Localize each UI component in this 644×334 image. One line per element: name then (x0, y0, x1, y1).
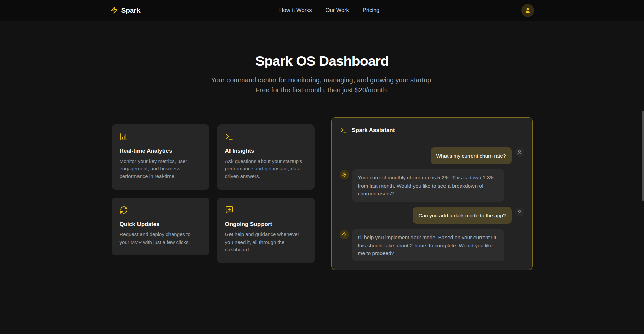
scrollbar-thumb[interactable] (642, 111, 644, 201)
feature-title: Ongoing Support (225, 221, 307, 228)
zap-icon (110, 6, 118, 14)
zap-icon (342, 172, 347, 177)
brand-logo[interactable]: Spark (110, 6, 265, 15)
chart-column-icon (120, 133, 128, 141)
refresh-icon (120, 206, 128, 214)
feature-title: Quick Updates (120, 221, 201, 228)
feature-title: Real-time Analytics (120, 148, 201, 155)
chat-message-user: What's my current churn rate? (340, 147, 524, 164)
user-icon (517, 149, 522, 155)
features-grid: Real-time Analytics Monitor your key met… (112, 124, 315, 263)
page-subtitle: Your command center for monitoring, mana… (204, 75, 440, 95)
feature-description: Ask questions about your startup's perfo… (225, 158, 307, 180)
hero-section: Spark OS Dashboard Your command center f… (0, 21, 644, 95)
chat-message-assistant: Your current monthly churn rate is 5.2%.… (340, 169, 524, 202)
feature-card-ai-insights: AI Insights Ask questions about your sta… (217, 124, 315, 190)
feature-description: Get help and guidance whenever you need … (225, 231, 307, 254)
feature-card-ongoing-support: Ongoing Support Get help and guidance wh… (217, 198, 315, 263)
chat-header: Spark Assistant (340, 126, 524, 140)
assistant-message-avatar (340, 170, 349, 179)
assistant-message-bubble: Your current monthly churn rate is 5.2%.… (352, 169, 504, 202)
feature-card-realtime-analytics: Real-time Analytics Monitor your key met… (112, 124, 209, 190)
chat-message-list: What's my current churn rate? (340, 140, 524, 261)
feature-title: AI Insights (225, 148, 307, 155)
user-avatar-button[interactable] (521, 4, 534, 17)
nav-links: How it Works Our Work Pricing (279, 7, 380, 13)
feature-description: Request and deploy changes to your MVP w… (120, 231, 201, 246)
spark-assistant-panel: Spark Assistant What's my current churn … (331, 117, 533, 270)
page-title: Spark OS Dashboard (0, 53, 644, 69)
chat-message-assistant: I'll help you implement dark mode. Based… (340, 229, 524, 261)
navbar: Spark How it Works Our Work Pricing (0, 0, 644, 21)
user-message-bubble: What's my current churn rate? (431, 147, 511, 164)
user-icon (524, 7, 531, 14)
feature-card-quick-updates: Quick Updates Request and deploy changes… (112, 198, 209, 255)
nav-link-our-work[interactable]: Our Work (326, 7, 349, 13)
terminal-icon (340, 127, 347, 134)
user-message-avatar (515, 207, 524, 217)
zap-icon (342, 232, 347, 237)
user-message-bubble: Can you add a dark mode to the app? (413, 207, 511, 224)
nav-link-pricing[interactable]: Pricing (363, 7, 379, 13)
user-message-avatar (515, 147, 524, 157)
content-row: Real-time Analytics Monitor your key met… (112, 117, 533, 270)
chat-panel-title: Spark Assistant (352, 127, 395, 134)
chat-message-user: Can you add a dark mode to the app? (340, 207, 524, 224)
assistant-message-bubble: I'll help you implement dark mode. Based… (352, 229, 504, 261)
feature-description: Monitor your key metrics, user engagemen… (120, 158, 201, 180)
nav-container: Spark How it Works Our Work Pricing (110, 4, 534, 17)
scrollbar-track (642, 0, 644, 334)
user-icon (517, 209, 522, 215)
nav-link-how-it-works[interactable]: How it Works (279, 7, 312, 13)
assistant-message-avatar (340, 230, 349, 239)
terminal-icon (225, 133, 234, 141)
brand-name: Spark (121, 6, 141, 15)
message-square-plus-icon (225, 206, 234, 214)
